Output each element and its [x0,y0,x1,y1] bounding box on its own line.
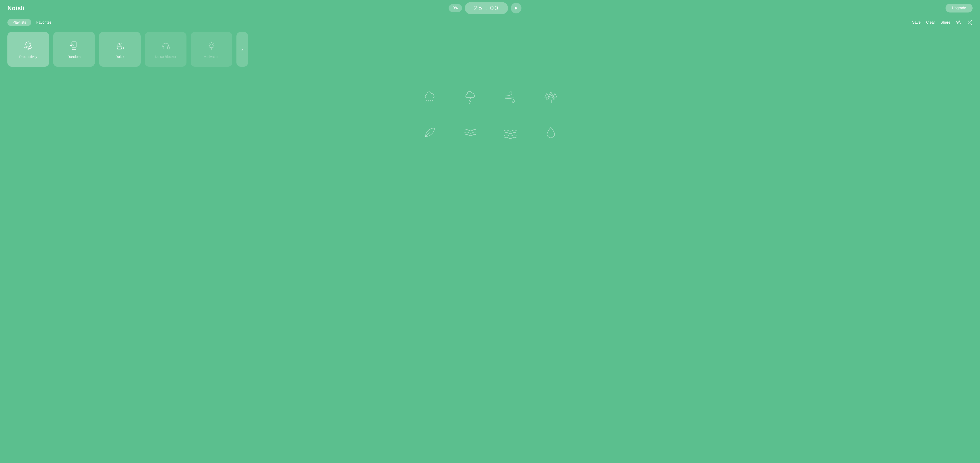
forest-icon [543,90,559,106]
tab-playlists[interactable]: Playlists [7,19,31,26]
svg-line-25 [432,100,433,102]
sound-item-rain[interactable] [409,81,450,115]
drop-icon [543,125,559,141]
play-button[interactable] [511,3,522,13]
svg-line-22 [426,100,426,102]
svg-line-19 [213,48,214,48]
svg-point-6 [29,43,30,44]
svg-point-5 [27,43,27,44]
svg-rect-12 [167,46,169,49]
sound-item-forest[interactable] [530,81,571,115]
sound-item-leaves[interactable] [409,115,450,150]
svg-rect-8 [72,48,76,49]
timer-display: 25 : 00 [465,2,508,14]
playlist-card-motivation[interactable]: Motivation [191,32,232,67]
shuffle-icon[interactable] [967,20,973,25]
svg-line-21 [209,48,210,48]
header: Noisli 0/4 25 : 00 Upgrade [0,0,980,16]
coffee-icon [114,40,126,51]
svg-line-23 [428,100,429,102]
upgrade-button[interactable]: Upgrade [945,4,973,13]
wind-icon [502,90,519,106]
sun-icon [206,40,217,51]
random-label: Random [68,54,81,59]
waveform-icon[interactable] [956,20,961,25]
toolbar-actions: Save Clear Share [912,20,973,25]
thunder-icon [462,90,478,106]
playlists-section: Productivity Random Relax [0,29,980,71]
save-button[interactable]: Save [912,21,921,24]
svg-rect-11 [162,46,164,49]
counter-badge: 0/4 [449,4,462,12]
playlist-cards: Productivity Random Relax [7,32,973,67]
tab-favorites[interactable]: Favorites [31,19,57,26]
sound-item-drop[interactable] [530,115,571,150]
productivity-label: Productivity [19,54,37,59]
tabs: Playlists Favorites [7,19,56,26]
app-logo: Noisli [7,5,24,12]
clear-button[interactable]: Clear [926,21,935,24]
relax-label: Relax [115,54,124,59]
svg-marker-0 [515,7,517,10]
stream-icon [462,125,478,141]
next-playlists-button[interactable]: › [236,32,248,67]
svg-line-24 [430,100,431,102]
svg-point-13 [210,44,213,48]
chevron-right-icon: › [242,47,243,52]
sound-item-thunder[interactable] [450,81,490,115]
sound-item-waves[interactable] [450,115,490,150]
playlist-card-relax[interactable]: Relax [99,32,141,67]
play-icon [514,6,518,10]
playlist-card-noise-blocker[interactable]: Noise Blocker [145,32,186,67]
sound-item-water[interactable] [490,115,530,150]
octopus-icon [23,40,34,51]
motivation-label: Motivation [204,54,219,59]
svg-line-20 [213,43,214,44]
ocean-icon [502,125,519,141]
leaf-icon [421,125,438,141]
blender-icon [68,40,80,51]
sounds-grid [386,71,594,159]
svg-point-4 [26,42,31,47]
rain-icon [421,90,438,106]
share-button[interactable]: Share [940,21,950,24]
sound-item-wind[interactable] [490,81,530,115]
svg-line-18 [209,43,210,44]
playlist-card-productivity[interactable]: Productivity [7,32,49,67]
noise-blocker-label: Noise Blocker [155,54,177,59]
svg-rect-7 [72,42,76,47]
svg-line-3 [968,21,969,22]
playlist-card-random[interactable]: Random [53,32,95,67]
header-controls: 0/4 25 : 00 [449,2,522,14]
tabs-toolbar: Playlists Favorites Save Clear Share [0,16,980,29]
headphones-icon [160,40,171,51]
